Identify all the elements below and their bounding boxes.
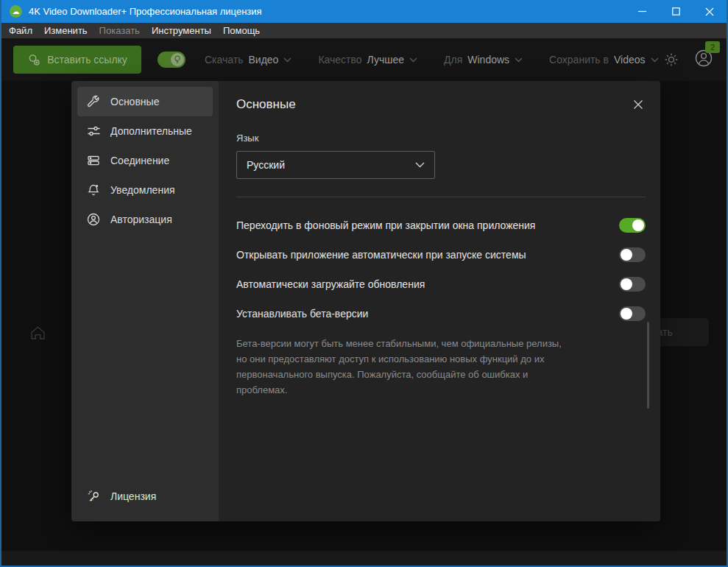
sidebar-item-advanced[interactable]: Дополнительные [77, 116, 213, 146]
bulb-icon [171, 53, 184, 66]
menu-bar: Файл Изменить Показать Инструменты Помощ… [1, 23, 727, 38]
close-window-button[interactable] [693, 0, 727, 23]
setting-label: Автоматически загружайте обновления [236, 278, 425, 290]
background-mode-toggle[interactable] [619, 218, 646, 233]
menu-tools[interactable]: Инструменты [146, 23, 217, 38]
gear-icon[interactable] [663, 52, 679, 68]
sidebar-item-connection[interactable]: Соединение [77, 146, 213, 175]
toolbar: Вставить ссылку Скачать Видео Качество Л… [1, 38, 727, 81]
sidebar-item-label: Авторизация [110, 214, 172, 225]
setting-row-background-mode: Переходить в фоновый режим при закрытии … [236, 211, 646, 240]
paste-link-icon [27, 53, 40, 66]
workspace: Искать Основные Дополнительные [1, 81, 727, 566]
beta-versions-toggle[interactable] [619, 306, 646, 321]
window-title: 4K Video Downloader+ Профессиональная ли… [29, 6, 262, 17]
chevron-down-icon [415, 162, 425, 168]
bell-icon [86, 183, 101, 197]
person-circle-icon [86, 212, 101, 227]
menu-help[interactable]: Помощь [217, 23, 266, 38]
menu-edit[interactable]: Изменить [38, 23, 93, 38]
app-window: ☁ 4K Video Downloader+ Профессиональная … [0, 0, 728, 567]
smart-mode-toggle[interactable] [158, 52, 185, 68]
toolbar-dropdowns: Скачать Видео Качество Лучшее Для Window… [205, 54, 659, 66]
setting-label: Устанавливать бета-версии [236, 308, 368, 320]
language-value: Русский [247, 159, 285, 171]
notifications-badge: 2 [705, 41, 720, 53]
connection-icon [86, 153, 101, 168]
sidebar-item-authorization[interactable]: Авторизация [77, 205, 213, 234]
auto-updates-toggle[interactable] [619, 277, 646, 292]
chevron-down-icon [283, 57, 291, 63]
sidebar-item-label: Уведомления [110, 184, 175, 196]
platform-dropdown[interactable]: Для Windows [444, 54, 523, 66]
wrench-icon [86, 94, 101, 109]
status-bar [1, 551, 727, 566]
toolbar-right: 2 [663, 49, 713, 71]
sidebar-item-label: Соединение [110, 155, 169, 166]
account-avatar[interactable]: 2 [694, 49, 713, 71]
settings-title: Основные [236, 97, 296, 112]
sidebar-item-license[interactable]: Лицензия [77, 482, 213, 511]
setting-label: Переходить в фоновый режим при закрытии … [236, 219, 535, 231]
settings-header: Основные [236, 97, 646, 112]
setting-row-beta-versions: Устанавливать бета-версии [236, 299, 646, 328]
settings-sidebar: Основные Дополнительные Соединение [71, 81, 219, 521]
setting-label: Открывать приложение автоматически при з… [236, 249, 526, 261]
setting-row-autostart: Открывать приложение автоматически при з… [236, 240, 646, 270]
scrollbar-thumb[interactable] [647, 322, 649, 409]
section-divider [236, 197, 646, 197]
app-logo-icon: ☁ [10, 5, 22, 18]
chevron-down-icon [515, 57, 523, 63]
autostart-toggle[interactable] [619, 247, 646, 262]
sliders-icon [86, 124, 101, 138]
license-label: Лицензия [110, 490, 156, 502]
paste-link-button[interactable]: Вставить ссылку [13, 46, 141, 74]
close-settings-button[interactable] [631, 97, 646, 112]
title-bar: ☁ 4K Video Downloader+ Профессиональная … [1, 0, 727, 23]
close-icon [633, 99, 643, 110]
settings-main-panel: Основные Язык Русский Переходить в фонов… [219, 81, 660, 521]
quality-dropdown[interactable]: Качество Лучшее [318, 54, 417, 66]
sidebar-item-label: Дополнительные [110, 125, 192, 137]
sidebar-item-general[interactable]: Основные [77, 87, 213, 116]
sidebar-item-notifications[interactable]: Уведомления [77, 175, 213, 205]
beta-description: Бета-версии могут быть менее стабильными… [236, 336, 569, 398]
chevron-down-icon [409, 57, 417, 63]
language-label: Язык [236, 133, 646, 144]
save-location-dropdown[interactable]: Сохранить в Videos [549, 54, 658, 66]
maximize-button[interactable] [659, 0, 693, 23]
paste-link-label: Вставить ссылку [47, 54, 127, 66]
setting-row-auto-updates: Автоматически загружайте обновления [236, 270, 646, 299]
key-icon [86, 489, 101, 504]
download-type-dropdown[interactable]: Скачать Видео [205, 54, 291, 66]
home-icon[interactable] [29, 325, 46, 341]
sidebar-item-label: Основные [110, 96, 159, 108]
settings-dialog: Основные Дополнительные Соединение [71, 81, 660, 521]
language-select[interactable]: Русский [236, 151, 435, 179]
chevron-down-icon [651, 57, 659, 63]
minimize-button[interactable] [625, 0, 659, 23]
window-controls [625, 0, 727, 23]
menu-view: Показать [93, 23, 146, 38]
menu-file[interactable]: Файл [3, 23, 38, 38]
